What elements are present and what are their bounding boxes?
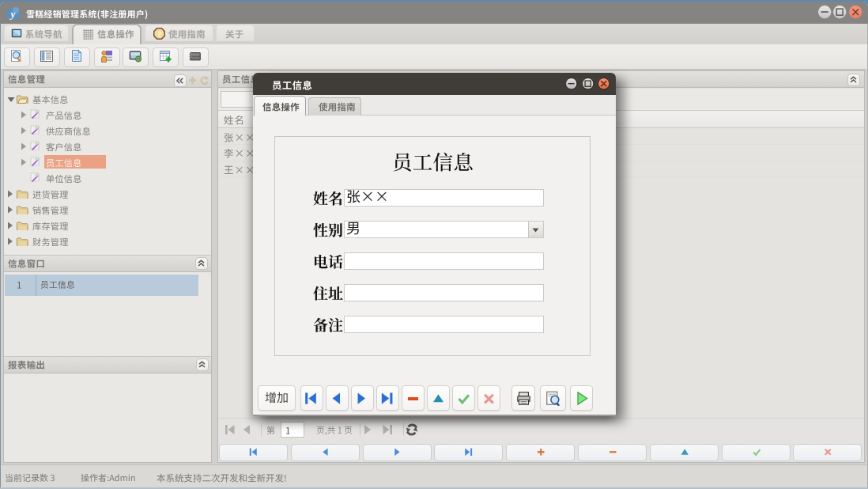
svg-text:y: y: [9, 8, 16, 20]
svg-text:?: ?: [157, 30, 161, 39]
